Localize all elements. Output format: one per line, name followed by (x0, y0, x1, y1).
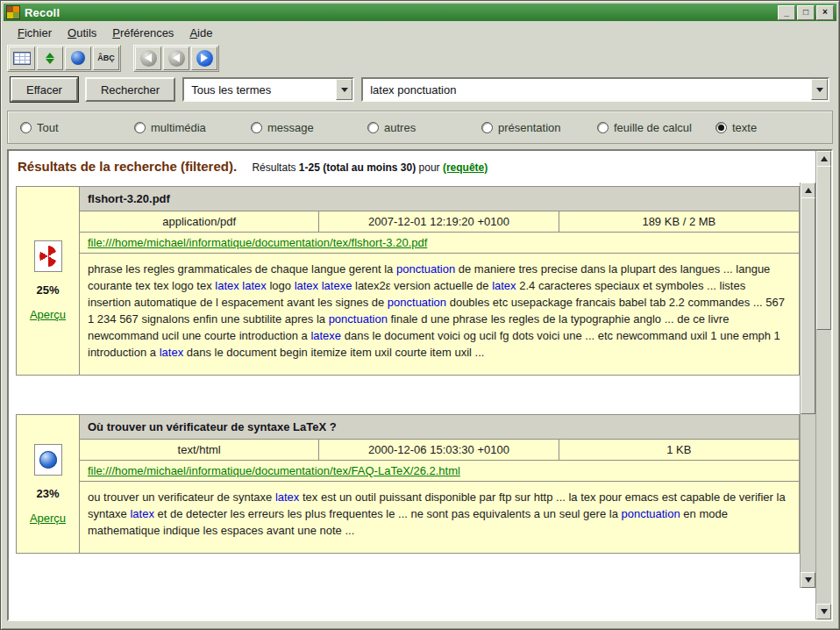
term-mode-select[interactable]: Tous les termes (182, 77, 354, 102)
highlight-term: ponctuation (388, 296, 446, 309)
filter-texte[interactable]: texte (715, 121, 832, 134)
results-scrollbar-inner[interactable] (800, 183, 815, 588)
scroll-up-button[interactable] (816, 151, 831, 167)
highlight-term: ponctuation (396, 262, 455, 276)
maximize-button[interactable]: □ (797, 5, 815, 20)
result-body: flshort-3.20.pdfapplication/pdf2007-12-0… (80, 187, 799, 375)
radio-label: présentation (498, 121, 561, 134)
results-list: 25%Aperçuflshort-3.20.pdfapplication/pdf… (9, 174, 831, 554)
filter-multimedia[interactable]: multimédia (134, 121, 251, 134)
radio-label: feuille de calcul (614, 121, 692, 134)
sphere-icon (71, 51, 85, 65)
result-size: 189 KB / 2 MB (559, 211, 799, 232)
chevron-down-icon[interactable] (336, 79, 352, 100)
query-combo[interactable] (361, 77, 829, 102)
pdf-logo-mark (39, 246, 57, 267)
filter-autres[interactable]: autres (367, 121, 481, 134)
previous-page-button[interactable] (163, 47, 189, 70)
result-meta-row: text/html2000-12-06 15:03:30 +01001 KB (80, 440, 799, 461)
results-pane: Résultats de la recherche (filtered). Ré… (7, 149, 833, 621)
close-button[interactable]: × (816, 5, 834, 20)
radio-icon (715, 122, 727, 133)
snippet-text: ou trouver un verificateur de syntaxe (88, 490, 275, 504)
highlight-term: latex latex (215, 279, 267, 292)
next-page-button[interactable] (191, 47, 217, 70)
result-item: 25%Aperçuflshort-3.20.pdfapplication/pdf… (16, 186, 800, 376)
radio-icon (20, 122, 32, 133)
result-url-link[interactable]: file:///home/michael/informatique/docume… (88, 236, 427, 249)
pdf-file-icon (34, 240, 62, 272)
radio-label: texte (732, 121, 757, 134)
results-scrollbar-outer[interactable] (815, 151, 831, 619)
search-row: Effacer Rechercher Tous les termes (11, 77, 829, 102)
query-link[interactable]: (requête) (443, 161, 488, 174)
results-title: Résultats de la recherche (filtered). (18, 159, 237, 174)
table-icon (13, 52, 31, 65)
result-mime-type: application/pdf (80, 211, 319, 232)
relevance-percent: 23% (36, 487, 59, 500)
radio-label: autres (384, 121, 416, 134)
highlight-term: latex (130, 507, 153, 520)
search-button[interactable]: Rechercher (85, 77, 175, 102)
sort-order-button[interactable] (37, 47, 63, 70)
term-explorer-button[interactable] (65, 47, 91, 70)
highlight-term: latexe (310, 329, 341, 342)
title-bar[interactable]: Recoll _ □ × (4, 4, 836, 21)
filter-presentation[interactable]: présentation (481, 121, 597, 134)
menu-preferences[interactable]: Préférences (104, 25, 182, 41)
filter-category-frame: Toutmultimédiamessageautresprésentationf… (7, 111, 833, 144)
preview-link[interactable]: Aperçu (30, 512, 66, 525)
menu-outils[interactable]: Outils (60, 25, 104, 41)
filter-message[interactable]: message (251, 121, 367, 134)
highlight-term: ponctuation (329, 312, 388, 326)
radio-label: message (267, 121, 314, 134)
right-arrow-icon (196, 50, 213, 67)
globe-icon (39, 451, 57, 469)
result-size: 1 KB (559, 440, 799, 460)
spell-expand-button[interactable]: ÂBÇ (93, 47, 119, 70)
toolbar-group-navigation (133, 45, 219, 72)
scroll-up-button[interactable] (801, 183, 815, 198)
preview-link[interactable]: Aperçu (30, 308, 66, 321)
first-page-button[interactable] (135, 47, 161, 70)
menu-aide[interactable]: Aide (182, 25, 220, 41)
result-date: 2000-12-06 15:03:30 +0100 (319, 440, 559, 460)
left-arrow-icon (140, 50, 157, 67)
snippet-text: et de detecter les erreurs les plus freq… (154, 507, 622, 520)
toolbar-group-actions: ÂBÇ (7, 45, 121, 72)
results-pour-label: pour (419, 161, 440, 174)
result-title[interactable]: Où trouver un vérificateur de syntaxe La… (80, 415, 799, 440)
abc-icon: ÂBÇ (97, 54, 115, 62)
snippet-text: dans le document begin itemize item uxil… (183, 346, 484, 359)
radio-icon (134, 122, 146, 133)
radio-icon (481, 122, 493, 133)
result-url-row: file:///home/michael/informatique/docume… (80, 233, 799, 254)
search-input[interactable] (365, 79, 810, 100)
results-count-label: Résultats (252, 161, 295, 174)
html-file-icon (34, 444, 62, 476)
show-results-table-button[interactable] (9, 47, 35, 70)
result-snippet: ou trouver un verificateur de syntaxe la… (80, 482, 799, 553)
term-mode-value: Tous les termes (184, 83, 278, 97)
result-url-link[interactable]: file:///home/michael/informatique/docume… (88, 464, 460, 477)
scrollbar-thumb[interactable] (801, 197, 815, 414)
left-arrow-icon (168, 50, 185, 67)
menu-fichier[interactable]: Fichier (10, 25, 60, 41)
filter-tout[interactable]: Tout (20, 121, 134, 134)
result-url-row: file:///home/michael/informatique/docume… (80, 461, 799, 482)
window-title: Recoll (25, 6, 776, 19)
filter-feuille-de-calcul[interactable]: feuille de calcul (597, 121, 715, 134)
scroll-down-button[interactable] (801, 572, 815, 588)
result-date: 2007-12-01 12:19:20 +0100 (319, 211, 559, 232)
scroll-down-button[interactable] (816, 604, 831, 619)
up-down-arrows-icon (46, 53, 54, 64)
clear-button[interactable]: Effacer (11, 77, 78, 102)
highlight-term: latex (160, 346, 183, 359)
result-title[interactable]: flshort-3.20.pdf (80, 187, 799, 211)
snippet-text: phrase les regles grammaticales de chaqu… (88, 262, 396, 276)
scrollbar-thumb[interactable] (816, 166, 831, 330)
chevron-down-icon[interactable] (811, 79, 828, 100)
minimize-button[interactable]: _ (778, 5, 795, 20)
result-meta-row: application/pdf2007-12-01 12:19:20 +0100… (80, 211, 799, 233)
result-item: 23%AperçuOù trouver un vérificateur de s… (16, 414, 800, 554)
